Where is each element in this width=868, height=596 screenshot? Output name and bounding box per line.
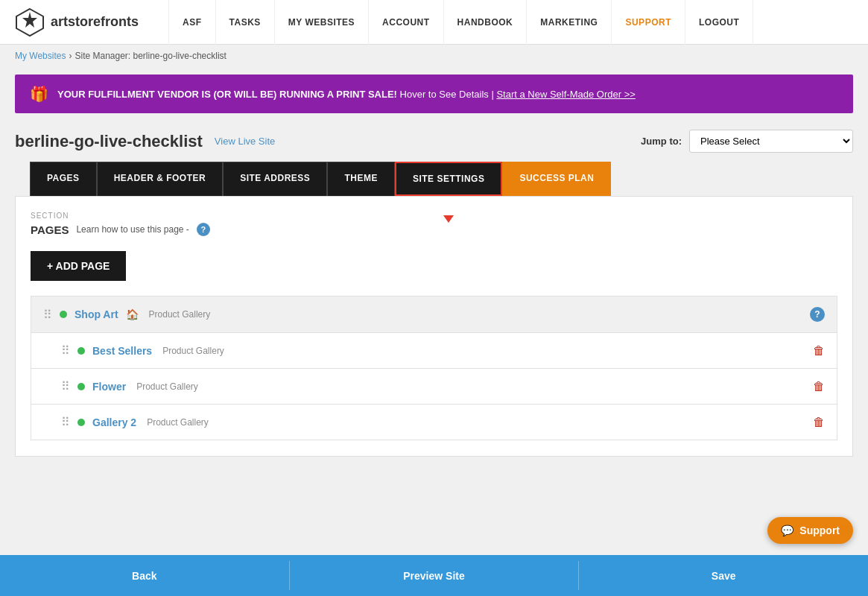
nav-my-websites[interactable]: MY WEBSITES	[275, 0, 369, 45]
tabs-container: PAGES HEADER & FOOTER SITE ADDRESS THEME…	[30, 162, 838, 196]
promo-icon: 🎁	[30, 85, 48, 103]
nav-links: ASF TASKS MY WEBSITES ACCOUNT HANDBOOK M…	[168, 0, 853, 45]
nav-marketing[interactable]: MARKETING	[527, 0, 612, 45]
add-page-button[interactable]: + ADD PAGE	[31, 251, 126, 281]
help-circle-icon[interactable]: ?	[197, 223, 210, 236]
page-action-gallery-2: 🗑	[813, 416, 825, 429]
page-type-shop-art: Product Gallery	[149, 309, 211, 320]
page-title-area: berline-go-live-checklist View Live Site	[15, 132, 275, 151]
page-list: ⠿ Shop Art 🏠 Product Gallery ? ⠿ Best Se…	[31, 296, 837, 440]
page-type-best-sellers: Product Gallery	[162, 346, 224, 356]
promo-link[interactable]: Start a New Self-Made Order >>	[496, 89, 635, 100]
page-action-best-sellers: 🗑	[813, 344, 825, 358]
nav-support[interactable]: SUPPORT	[612, 0, 685, 45]
top-nav: artstorefronts ASF TASKS MY WEBSITES ACC…	[0, 0, 868, 45]
nav-asf[interactable]: ASF	[168, 0, 216, 45]
nav-logout[interactable]: LOGOUT	[685, 0, 753, 45]
drag-handle-shop-art[interactable]: ⠿	[43, 308, 52, 322]
status-dot-best-sellers	[77, 347, 85, 355]
status-dot-shop-art	[60, 311, 67, 318]
help-icon-shop-art[interactable]: ?	[810, 307, 825, 322]
page-action-shop-art: ?	[810, 307, 825, 322]
svg-marker-1	[22, 12, 37, 28]
status-dot-flower	[77, 383, 85, 390]
page-header: berline-go-live-checklist View Live Site…	[0, 121, 868, 162]
page-link-flower[interactable]: Flower	[92, 381, 126, 393]
drag-handle-best-sellers[interactable]: ⠿	[61, 343, 70, 358]
page-link-gallery-2[interactable]: Gallery 2	[92, 416, 136, 428]
section-title-row: PAGES Learn how to use this page - ?	[31, 223, 837, 236]
breadcrumb: My Websites › Site Manager: berline-go-l…	[0, 45, 868, 67]
page-item-flower: ⠿ Flower Product Gallery 🗑	[31, 369, 837, 405]
nav-account[interactable]: ACCOUNT	[369, 0, 444, 45]
page-link-best-sellers[interactable]: Best Sellers	[92, 345, 152, 357]
tab-site-address[interactable]: SITE ADDRESS	[223, 162, 327, 196]
logo-icon	[15, 7, 45, 37]
page-link-shop-art[interactable]: Shop Art	[75, 308, 118, 320]
logo-area[interactable]: artstorefronts	[15, 7, 139, 37]
delete-icon-gallery-2[interactable]: 🗑	[813, 416, 825, 428]
brand-name: artstorefronts	[51, 14, 139, 30]
page-item-shop-art: ⠿ Shop Art 🏠 Product Gallery ?	[31, 297, 837, 333]
breadcrumb-current: Site Manager: berline-go-live-checklist	[75, 51, 226, 61]
status-dot-gallery-2	[77, 419, 85, 426]
drag-handle-gallery-2[interactable]: ⠿	[61, 415, 70, 429]
page-title: berline-go-live-checklist	[15, 132, 203, 151]
promo-bold-text: YOUR FULFILLMENT VENDOR IS (OR WILL BE) …	[57, 89, 397, 100]
delete-icon-best-sellers[interactable]: 🗑	[813, 344, 825, 357]
promo-banner: 🎁 YOUR FULFILLMENT VENDOR IS (OR WILL BE…	[15, 74, 853, 113]
page-item-gallery-2: ⠿ Gallery 2 Product Gallery 🗑	[31, 405, 837, 440]
learn-link[interactable]: Learn how to use this page -	[76, 224, 189, 235]
jump-to-area: Jump to: Please Select	[641, 130, 853, 153]
nav-tasks[interactable]: TASKS	[216, 0, 275, 45]
drag-handle-flower[interactable]: ⠿	[61, 379, 70, 393]
nav-handbook[interactable]: HANDBOOK	[444, 0, 528, 45]
tabs-wrapper: PAGES HEADER & FOOTER SITE ADDRESS THEME…	[15, 162, 853, 196]
tab-success-plan[interactable]: SUCCESS PLAN	[502, 162, 611, 196]
main-content: SECTION PAGES Learn how to use this page…	[15, 196, 853, 457]
tab-header-footer[interactable]: HEADER & FOOTER	[97, 162, 224, 196]
page-type-gallery-2: Product Gallery	[147, 417, 209, 428]
tab-pages[interactable]: PAGES	[30, 162, 97, 196]
section-title: PAGES	[31, 224, 69, 236]
page-type-flower: Product Gallery	[136, 381, 198, 392]
tab-theme[interactable]: THEME	[327, 162, 395, 196]
home-icon-shop-art: 🏠	[126, 308, 139, 320]
promo-normal-text: Hover to See Details |	[400, 89, 497, 100]
breadcrumb-home[interactable]: My Websites	[15, 51, 66, 61]
delete-icon-flower[interactable]: 🗑	[813, 380, 825, 393]
promo-text: YOUR FULFILLMENT VENDOR IS (OR WILL BE) …	[57, 89, 636, 100]
view-live-link[interactable]: View Live Site	[215, 136, 275, 147]
jump-to-select[interactable]: Please Select	[689, 130, 853, 153]
page-action-flower: 🗑	[813, 380, 825, 393]
breadcrumb-separator: ›	[69, 51, 72, 61]
tab-site-settings[interactable]: SITE SETTINGS	[395, 162, 503, 196]
section-label: SECTION	[31, 212, 837, 220]
page-item-best-sellers: ⠿ Best Sellers Product Gallery 🗑	[31, 333, 837, 369]
jump-to-label: Jump to:	[641, 136, 682, 147]
